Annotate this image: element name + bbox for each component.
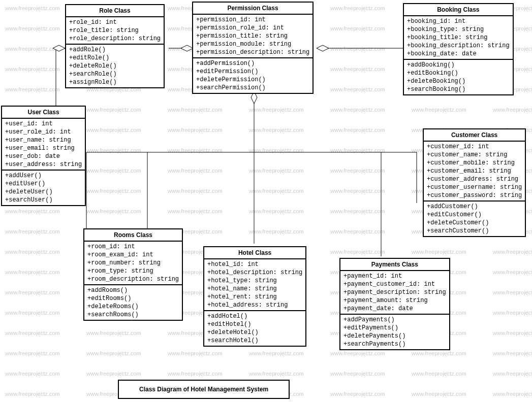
watermark: www.freeprojectz.com: [330, 86, 385, 92]
watermark: www.freeprojectz.com: [168, 350, 223, 356]
watermark: www.freeprojectz.com: [330, 249, 385, 255]
watermark: www.freeprojectz.com: [330, 208, 385, 214]
watermark: www.freeprojectz.com: [86, 330, 141, 336]
svg-marker-14: [317, 45, 329, 51]
class-meths: +addBooking()+editBooking()+deleteBookin…: [404, 60, 513, 94]
watermark: www.freeprojectz.com: [493, 107, 532, 113]
watermark: www.freeprojectz.com: [5, 228, 60, 234]
watermark: www.freeprojectz.com: [412, 391, 466, 397]
watermark: www.freeprojectz.com: [249, 107, 304, 113]
watermark: www.freeprojectz.com: [249, 371, 304, 377]
class-attrs: +permission_id: int+permission_role_id: …: [193, 15, 312, 58]
watermark: www.freeprojectz.com: [493, 249, 532, 255]
watermark: www.freeprojectz.com: [5, 269, 60, 275]
watermark: www.freeprojectz.com: [493, 371, 532, 377]
class-title: Rooms Class: [84, 229, 182, 242]
watermark: www.freeprojectz.com: [330, 66, 385, 72]
watermark: www.freeprojectz.com: [5, 289, 60, 295]
class-role: Role Class +role_id: int+role_title: str…: [65, 4, 165, 88]
diagram-title: Class Diagram of Hotel Management System: [118, 380, 290, 399]
watermark: www.freeprojectz.com: [86, 371, 141, 377]
watermark: www.freeprojectz.com: [168, 147, 223, 153]
watermark: www.freeprojectz.com: [330, 188, 385, 194]
watermark: www.freeprojectz.com: [249, 168, 304, 174]
watermark: www.freeprojectz.com: [168, 208, 223, 214]
watermark: www.freeprojectz.com: [5, 86, 60, 92]
watermark: www.freeprojectz.com: [168, 127, 223, 133]
watermark: www.freeprojectz.com: [330, 25, 385, 31]
class-meths: +addPermission()+editPermission()+delete…: [193, 58, 312, 93]
watermark: www.freeprojectz.com: [330, 350, 385, 356]
class-title: Booking Class: [404, 4, 513, 16]
class-meths: +addCustomer()+editCustomer()+deleteCust…: [424, 202, 525, 236]
watermark: www.freeprojectz.com: [5, 5, 60, 11]
watermark: www.freeprojectz.com: [168, 168, 223, 174]
class-attrs: +hotel_id: int+hotel_description: string…: [204, 259, 305, 311]
watermark: www.freeprojectz.com: [330, 127, 385, 133]
watermark: www.freeprojectz.com: [330, 228, 385, 234]
watermark: www.freeprojectz.com: [86, 107, 141, 113]
class-title: Customer Class: [424, 129, 525, 142]
class-payments: Payments Class +payment_id: int+payment_…: [339, 258, 450, 350]
class-customer: Customer Class +customer_id: int+custome…: [423, 128, 526, 237]
class-rooms: Rooms Class +room_id: int+room_exam_id: …: [83, 228, 183, 321]
class-attrs: +payment_id: int+payment_customer_id: in…: [340, 271, 449, 315]
watermark: www.freeprojectz.com: [5, 350, 60, 356]
watermark: www.freeprojectz.com: [5, 46, 60, 52]
watermark: www.freeprojectz.com: [412, 249, 466, 255]
watermark: www.freeprojectz.com: [412, 350, 466, 356]
class-meths: +addPayments()+editPayments()+deletePaym…: [340, 315, 449, 349]
diagram-canvas: Role Class +role_id: int+role_title: str…: [0, 0, 532, 402]
watermark: www.freeprojectz.com: [168, 188, 223, 194]
watermark: www.freeprojectz.com: [330, 5, 385, 11]
watermark: www.freeprojectz.com: [249, 208, 304, 214]
class-attrs: +role_id: int+role_title: string+role_de…: [66, 17, 164, 45]
class-attrs: +user_id: int+user_role_id: int+user_nam…: [2, 119, 85, 171]
class-meths: +addRole()+editRole()+deleteRole()+searc…: [66, 45, 164, 87]
watermark: www.freeprojectz.com: [330, 147, 385, 153]
watermark: www.freeprojectz.com: [86, 350, 141, 356]
watermark: www.freeprojectz.com: [86, 147, 141, 153]
watermark: www.freeprojectz.com: [86, 208, 141, 214]
class-user: User Class +user_id: int+user_role_id: i…: [1, 106, 86, 206]
watermark: www.freeprojectz.com: [249, 350, 304, 356]
class-title: Hotel Class: [204, 247, 305, 259]
watermark: www.freeprojectz.com: [5, 208, 60, 214]
class-title: User Class: [2, 107, 85, 119]
class-meths: +addHotel()+editHotel()+deleteHotel()+se…: [204, 311, 305, 346]
watermark: www.freeprojectz.com: [86, 127, 141, 133]
watermark: www.freeprojectz.com: [5, 371, 60, 377]
watermark: www.freeprojectz.com: [5, 391, 60, 397]
class-booking: Booking Class +booking_id: int+booking_t…: [403, 3, 514, 95]
watermark: www.freeprojectz.com: [168, 371, 223, 377]
watermark: www.freeprojectz.com: [493, 269, 532, 275]
watermark: www.freeprojectz.com: [412, 107, 466, 113]
watermark: www.freeprojectz.com: [168, 107, 223, 113]
watermark: www.freeprojectz.com: [493, 289, 532, 295]
watermark: www.freeprojectz.com: [249, 228, 304, 234]
watermark: www.freeprojectz.com: [330, 107, 385, 113]
watermark: www.freeprojectz.com: [330, 46, 385, 52]
watermark: www.freeprojectz.com: [412, 371, 466, 377]
class-attrs: +customer_id: int+customer_name: string+…: [424, 142, 525, 202]
watermark: www.freeprojectz.com: [493, 330, 532, 336]
watermark: www.freeprojectz.com: [5, 249, 60, 255]
class-title: Payments Class: [340, 259, 449, 271]
watermark: www.freeprojectz.com: [5, 330, 60, 336]
class-meths: +addUser()+editUser()+deleteUser()+searc…: [2, 171, 85, 205]
watermark: www.freeprojectz.com: [330, 168, 385, 174]
watermark: www.freeprojectz.com: [330, 371, 385, 377]
watermark: www.freeprojectz.com: [493, 350, 532, 356]
watermark: www.freeprojectz.com: [86, 168, 141, 174]
class-meths: +addRooms()+editRooms()+deleteRooms()+se…: [84, 285, 182, 320]
class-hotel: Hotel Class +hotel_id: int+hotel_descrip…: [203, 246, 306, 347]
watermark: www.freeprojectz.com: [249, 188, 304, 194]
watermark: www.freeprojectz.com: [249, 147, 304, 153]
class-title: Role Class: [66, 5, 164, 17]
watermark: www.freeprojectz.com: [86, 188, 141, 194]
watermark: www.freeprojectz.com: [493, 391, 532, 397]
class-attrs: +room_id: int+room_exam_id: int+room_num…: [84, 242, 182, 285]
watermark: www.freeprojectz.com: [493, 310, 532, 316]
watermark: www.freeprojectz.com: [5, 66, 60, 72]
watermark: www.freeprojectz.com: [249, 127, 304, 133]
